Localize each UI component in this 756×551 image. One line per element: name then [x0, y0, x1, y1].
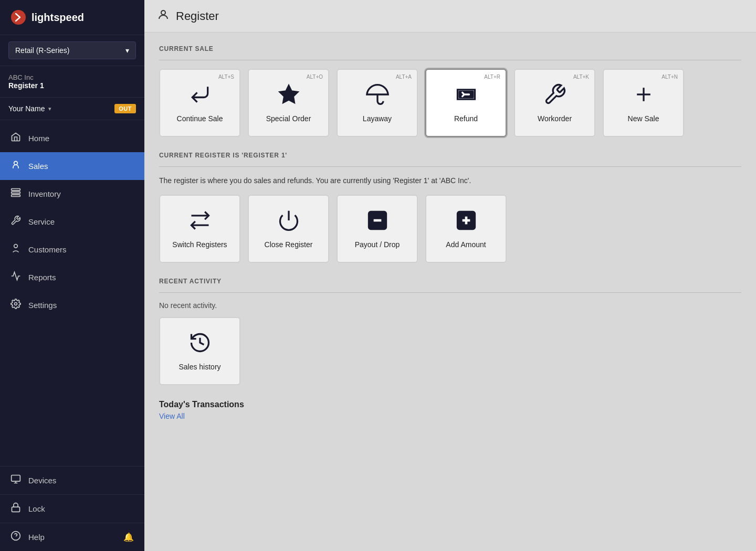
user-chevron-icon: ▾ — [48, 105, 51, 112]
no-activity-text: No recent activity. — [159, 301, 741, 310]
wrench-icon — [543, 83, 566, 109]
refund-button[interactable]: ALT+R Refund — [425, 69, 507, 137]
sidebar-label-reports: Reports — [28, 273, 56, 282]
layaway-shortcut: ALT+A — [396, 74, 412, 80]
workorder-shortcut: ALT+K — [573, 74, 589, 80]
lightspeed-logo-icon — [10, 9, 26, 25]
activity-divider — [159, 292, 741, 293]
help-icon — [10, 531, 21, 544]
sidebar-item-home[interactable]: Home — [0, 124, 144, 152]
customers-icon — [10, 243, 21, 256]
add-amount-button[interactable]: Add Amount — [425, 195, 507, 263]
user-out-badge: OUT — [114, 104, 136, 113]
register-info-text: The register is where you do sales and r… — [159, 175, 741, 186]
view-all-link[interactable]: View All — [159, 412, 185, 420]
current-sale-buttons-row: ALT+S Continue Sale ALT+O Special Order … — [159, 69, 741, 137]
refund-shortcut: ALT+R — [484, 74, 500, 80]
transactions-section: Today's Transactions View All — [159, 400, 741, 421]
svg-rect-3 — [12, 192, 20, 193]
register-buttons-row: Switch Registers Close Register Payout /… — [159, 195, 741, 263]
minus-box-icon — [366, 209, 389, 235]
sales-history-button[interactable]: Sales history — [159, 317, 240, 385]
store-selector-container: Retail (R-Series) ▾ — [0, 35, 144, 66]
payout-drop-button[interactable]: Payout / Drop — [337, 195, 418, 263]
sidebar-item-customers[interactable]: Customers — [0, 236, 144, 263]
sidebar-label-settings: Settings — [28, 301, 57, 310]
sidebar-label-service: Service — [28, 217, 55, 226]
close-register-button[interactable]: Close Register — [248, 195, 329, 263]
sidebar-item-service[interactable]: Service — [0, 208, 144, 236]
current-sale-section: CURRENT SALE ALT+S Continue Sale ALT+O S… — [159, 45, 741, 137]
devices-icon — [10, 474, 21, 487]
continue-sale-label: Continue Sale — [177, 114, 223, 123]
sidebar-item-inventory[interactable]: Inventory — [0, 180, 144, 208]
register-name: Register 1 — [8, 81, 136, 90]
transactions-title: Today's Transactions — [159, 400, 741, 409]
power-icon — [277, 209, 300, 235]
settings-icon — [10, 299, 21, 312]
plus-box-icon — [455, 209, 478, 235]
sidebar-label-home: Home — [28, 134, 49, 143]
sales-history-label: Sales history — [178, 363, 220, 371]
payout-drop-label: Payout / Drop — [355, 240, 400, 249]
switch-registers-label: Switch Registers — [172, 240, 227, 249]
svg-rect-4 — [12, 195, 20, 196]
sidebar: lightspeed Retail (R-Series) ▾ ABC Inc R… — [0, 0, 144, 551]
workorder-label: Workorder — [538, 114, 572, 123]
history-icon — [188, 331, 212, 357]
new-sale-plus-icon — [632, 83, 655, 109]
sidebar-label-inventory: Inventory — [28, 189, 61, 198]
svg-point-6 — [15, 303, 17, 305]
sidebar-logo: lightspeed — [0, 0, 144, 35]
current-sale-divider — [159, 60, 741, 60]
umbrella-icon — [366, 83, 389, 109]
notification-bell-icon: 🔔 — [123, 532, 134, 542]
svg-marker-12 — [279, 85, 298, 103]
content-area: CURRENT SALE ALT+S Continue Sale ALT+O S… — [144, 33, 756, 551]
reports-icon — [10, 271, 21, 284]
recent-activity-label: RECENT ACTIVITY — [159, 278, 741, 285]
current-sale-label: CURRENT SALE — [159, 45, 741, 52]
sidebar-help-button[interactable]: Help 🔔 — [0, 523, 144, 551]
sidebar-lock-button[interactable]: Lock — [0, 494, 144, 523]
sidebar-item-devices[interactable]: Devices — [0, 467, 144, 494]
new-sale-button[interactable]: ALT+N New Sale — [603, 69, 684, 137]
sidebar-item-settings[interactable]: Settings — [0, 291, 144, 319]
ticket-icon — [455, 83, 478, 109]
app-logo-text: lightspeed — [32, 12, 84, 24]
help-label: Help — [28, 533, 45, 542]
home-icon — [10, 132, 21, 145]
workorder-button[interactable]: ALT+K Workorder — [514, 69, 595, 137]
page-header: Register — [144, 0, 756, 33]
continue-sale-button[interactable]: ALT+S Continue Sale — [159, 69, 240, 137]
svg-point-5 — [14, 245, 18, 248]
store-dropdown[interactable]: Retail (R-Series) ▾ — [8, 41, 136, 59]
special-order-button[interactable]: ALT+O Special Order — [248, 69, 329, 137]
svg-point-11 — [161, 10, 165, 15]
svg-point-0 — [11, 10, 26, 25]
continue-sale-shortcut: ALT+S — [218, 74, 234, 80]
devices-label: Devices — [28, 476, 56, 485]
switch-registers-button[interactable]: Switch Registers — [159, 195, 240, 263]
main-content: Register CURRENT SALE ALT+S Continue Sal… — [144, 0, 756, 551]
sidebar-label-customers: Customers — [28, 245, 67, 254]
new-sale-label: New Sale — [628, 114, 659, 123]
svg-point-1 — [14, 161, 18, 165]
close-register-label: Close Register — [265, 240, 313, 249]
help-left: Help — [10, 531, 45, 544]
arrow-return-icon — [188, 83, 212, 109]
page-title: Register — [176, 9, 219, 23]
user-name-dropdown[interactable]: Your Name ▾ — [8, 104, 51, 113]
layaway-button[interactable]: ALT+A Layaway — [337, 69, 418, 137]
special-order-shortcut: ALT+O — [307, 74, 323, 80]
add-amount-label: Add Amount — [446, 240, 486, 249]
register-info-section: CURRENT REGISTER IS 'REGISTER 1' The reg… — [159, 152, 741, 263]
sidebar-item-reports[interactable]: Reports — [0, 263, 144, 291]
new-sale-shortcut: ALT+N — [662, 74, 678, 80]
sales-icon — [10, 160, 21, 173]
service-icon — [10, 215, 21, 228]
register-divider — [159, 166, 741, 167]
switch-icon — [188, 209, 212, 235]
sidebar-item-sales[interactable]: Sales — [0, 152, 144, 180]
register-header-icon — [157, 8, 170, 24]
